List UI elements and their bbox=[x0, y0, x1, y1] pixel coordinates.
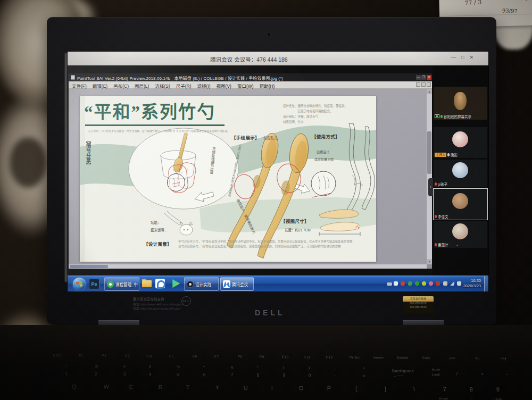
sai-menu-item[interactable]: 选择(S) bbox=[155, 82, 170, 89]
participants-sidebar: 彭阳政的屏幕共享主持人晚影pi孩子李佳文番茄汁⌄ bbox=[433, 65, 488, 276]
keyboard-key: * bbox=[481, 372, 484, 378]
participant-tile[interactable]: 李佳文 bbox=[434, 189, 487, 220]
meeting-close-button[interactable]: ✕ bbox=[469, 55, 473, 60]
flag-pane bbox=[76, 281, 79, 284]
sai-canvas[interactable]: “平和”系列竹勺 在日常中，勺子也是不可或缺的一件生活用具。设计两款竹制勺，分别… bbox=[69, 89, 427, 264]
note-handwriting-right: 93/97 bbox=[502, 7, 518, 14]
sticker-title: 完美支持热线 bbox=[403, 296, 434, 302]
sai-doc-restore-button[interactable] bbox=[421, 82, 426, 87]
sai-menu-item[interactable]: 文件(F) bbox=[72, 82, 87, 89]
keyboard-key: F2 bbox=[102, 354, 107, 357]
folder-taskbar-icon[interactable] bbox=[142, 280, 152, 287]
keyboard-tray-icon[interactable] bbox=[387, 282, 392, 286]
info-line-1: 设计定位：运用竹材料的特性：韧度强、硬度高， bbox=[283, 103, 347, 109]
magnifier-circle bbox=[311, 171, 336, 196]
meeting-minimize-button[interactable]: — bbox=[451, 55, 456, 60]
sidebar-collapse-handle[interactable]: › bbox=[428, 178, 433, 196]
flag-pane bbox=[76, 285, 79, 287]
participant-tile[interactable]: 番茄汁⌄ bbox=[434, 221, 487, 248]
shared-video-thumbnail bbox=[454, 92, 467, 110]
course-window-button[interactable]: 课程管理_中.. bbox=[104, 277, 139, 291]
meeting-window-label: 腾讯会议 bbox=[232, 281, 248, 287]
chevron-down-icon[interactable]: ⌄ bbox=[456, 243, 459, 247]
folder-tray-icon[interactable] bbox=[443, 281, 447, 286]
participant-name: 李佳文 bbox=[438, 214, 448, 219]
sai-menu-item[interactable]: 尺子(R) bbox=[176, 82, 192, 89]
numlock-key: Lock bbox=[432, 372, 440, 376]
ceramic-vase-shadow bbox=[10, 137, 47, 188]
keyboard-key: ESC bbox=[53, 353, 61, 357]
dot-tray-icon[interactable] bbox=[422, 281, 426, 286]
info-line-4: 材质应用：竹木 bbox=[283, 119, 347, 124]
keyboard-key: E bbox=[129, 384, 134, 390]
keyboard-key: 0 bbox=[309, 373, 311, 378]
flower-tray-icon[interactable] bbox=[429, 281, 433, 286]
sai-minimize-button[interactable]: — bbox=[416, 75, 421, 80]
keyboard-key: % bbox=[177, 365, 180, 369]
screen-glare-strip bbox=[65, 53, 67, 282]
chat-tray-icon[interactable] bbox=[394, 281, 398, 286]
photo-scene: 77 / 3 93/97 4 戴尔亚太区在线支持 网址 http://www.d… bbox=[0, 0, 532, 400]
photoshop-taskbar-icon[interactable]: Ps bbox=[89, 279, 99, 289]
sai-menu-item[interactable]: 窗口(W) bbox=[237, 82, 254, 89]
keyboard-key: >|| bbox=[475, 356, 480, 360]
sai-menu-item[interactable]: 编辑(E) bbox=[93, 82, 107, 89]
meeting-maximize-button[interactable]: □ bbox=[461, 55, 464, 60]
keyboard-key: F11 bbox=[304, 355, 310, 359]
sai-horizontal-scrollbar[interactable] bbox=[69, 264, 427, 269]
label-hook-help: 勾角助力 bbox=[263, 135, 277, 140]
antivirus-tray-icon[interactable] bbox=[415, 281, 419, 286]
sai-menu-item[interactable]: 画布(C) bbox=[113, 82, 129, 89]
dell-wordmark: DELL bbox=[255, 309, 292, 317]
keyboard-key: 3 bbox=[123, 371, 126, 377]
scroll-down-arrow[interactable]: ▼ bbox=[427, 259, 432, 264]
keyboard-key: - bbox=[506, 371, 509, 377]
volume-tray-icon[interactable] bbox=[457, 281, 461, 286]
windows-flag-icon bbox=[76, 281, 82, 287]
participant-tile[interactable]: 主持人晚影 bbox=[434, 127, 487, 158]
shield-tray-icon[interactable] bbox=[408, 281, 412, 286]
participant-label: 主持人晚影 bbox=[435, 152, 487, 157]
info-line-3: 设计目标：环保，简洁大气 bbox=[283, 114, 347, 119]
keyboard-key: \ bbox=[413, 386, 415, 392]
participant-tile[interactable]: pi孩子 bbox=[434, 160, 487, 187]
mic-icon bbox=[435, 243, 437, 246]
arrow-tray-icon[interactable] bbox=[436, 281, 440, 286]
sai-close-button[interactable]: ✕ bbox=[427, 75, 431, 80]
scroll-up-arrow[interactable]: ▲ bbox=[427, 89, 432, 94]
pin-tray-icon[interactable] bbox=[401, 281, 405, 286]
sai-window-button[interactable]: 设计实践 bbox=[184, 277, 219, 291]
poster-title-underline bbox=[85, 124, 225, 126]
sai-menu-item[interactable]: 视图(V) bbox=[217, 82, 231, 89]
show-desktop-button[interactable] bbox=[484, 276, 488, 291]
tencent-docs-taskbar-icon[interactable] bbox=[155, 279, 165, 288]
function-value: 盛米饭等... bbox=[151, 227, 167, 232]
participant-tile[interactable]: 彭阳政的屏幕共享 bbox=[434, 87, 487, 120]
sai-restore-button[interactable]: ❐ bbox=[421, 75, 426, 80]
cat-spoon-sketch bbox=[164, 211, 193, 235]
taskbar-clock[interactable]: 16:35 2020/3/23 bbox=[463, 278, 481, 289]
numlock-key: Num bbox=[432, 368, 440, 371]
vertical-scroll-thumb[interactable] bbox=[427, 131, 431, 174]
network-tray-icon[interactable] bbox=[450, 281, 454, 286]
sai-menu-item[interactable]: 滤镜(I) bbox=[197, 82, 211, 89]
tencent-video-taskbar-icon[interactable] bbox=[171, 279, 180, 288]
keyboard-key: U bbox=[244, 385, 248, 391]
sai-vertical-scrollbar[interactable]: ▲ ▼ bbox=[427, 89, 432, 264]
keyboard-key: ( bbox=[283, 365, 285, 369]
participant-name: 晚影 bbox=[451, 152, 458, 157]
start-button[interactable] bbox=[73, 278, 86, 290]
keyboard-key: F10 bbox=[282, 355, 289, 359]
meeting-window-button[interactable]: 腾讯会议 bbox=[220, 277, 254, 291]
windows-taskbar: Ps 课程管理_中.. 设计实践 腾讯会议 16:35 2020/3/23 bbox=[68, 276, 488, 291]
clock-date: 2020/3/23 bbox=[463, 284, 481, 289]
sai-menu-item[interactable]: 帮助(H) bbox=[260, 82, 275, 89]
participant-label: 番茄汁⌄ bbox=[435, 241, 487, 247]
sai-doc-minimize-button[interactable] bbox=[416, 82, 420, 87]
participant-label: 李佳文 bbox=[435, 213, 487, 219]
label-usage: 【使用方式】 bbox=[312, 133, 340, 139]
sai-menu-item[interactable]: 图层(L) bbox=[135, 82, 149, 89]
horizontal-scroll-thumb[interactable] bbox=[70, 265, 108, 268]
course-app-icon bbox=[107, 281, 114, 288]
sai-doc-close-button[interactable] bbox=[427, 82, 431, 87]
